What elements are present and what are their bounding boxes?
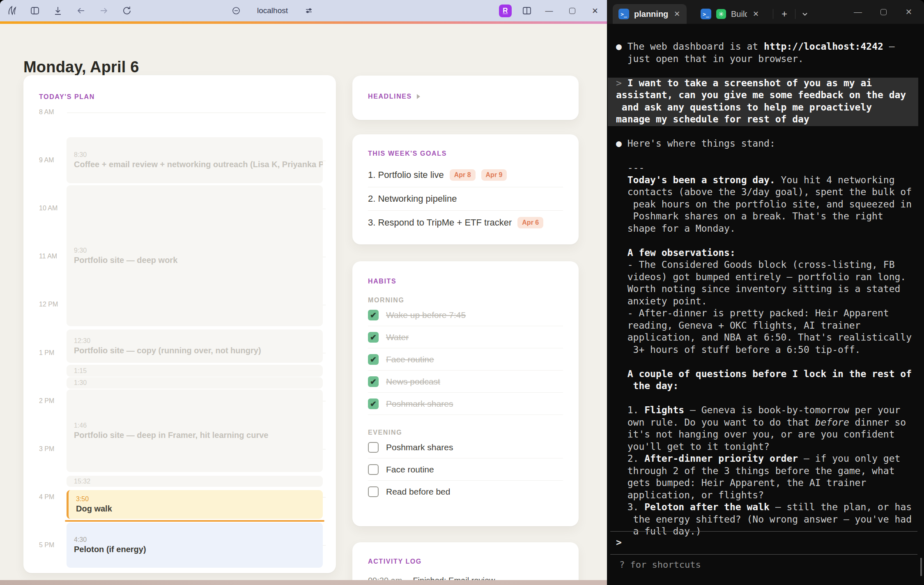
asterisk-activity-icon: ✳: [716, 9, 726, 19]
checkbox-checked[interactable]: ✔: [368, 354, 379, 365]
schedule-event[interactable]: 8:30Coffee + email review + networking o…: [67, 137, 323, 183]
split-view-icon[interactable]: [521, 5, 533, 17]
habits-section-label: MORNING: [368, 297, 563, 304]
habit-item: ✔Face routine: [368, 348, 563, 371]
hour-label: 12 PM: [39, 301, 67, 308]
terminal-line: ---: [616, 162, 920, 175]
terminal-line: manage my schedule for rest of day: [616, 114, 918, 126]
hour-label: 10 AM: [39, 205, 67, 212]
checkbox-unchecked[interactable]: [368, 442, 379, 453]
minimize-button[interactable]: —: [542, 4, 556, 18]
habits-card: HABITS MORNING✔Wake up before 7:45✔Water…: [352, 261, 579, 526]
habits-list: MORNING✔Wake up before 7:45✔Water✔Face r…: [368, 297, 563, 502]
tab-close-icon[interactable]: ✕: [752, 9, 760, 18]
terminal-line: contacts (above the 3/day goal), spent t…: [616, 187, 920, 199]
sidebar-toggle-icon[interactable]: [29, 5, 41, 17]
headlines-card: HEADLINES: [352, 76, 579, 120]
schedule-event[interactable]: 4:30Peloton (if energy): [67, 523, 323, 568]
schedule-event[interactable]: 9:30Portfolio site — deep work: [67, 185, 323, 326]
goal-label: 3. Respond to TripMe + ETF tracker: [368, 217, 512, 228]
checkbox-unchecked[interactable]: [368, 464, 379, 475]
browser-toolbar: localhost R — ✕: [0, 0, 607, 21]
address-bar[interactable]: localhost: [230, 0, 315, 21]
terminal-line: Worth noting since inventory sitting is …: [616, 283, 920, 296]
terminal-line: 1. Flights — Geneva is book-by-tomorrow …: [616, 405, 920, 417]
habit-item: Poshmark shares: [368, 436, 563, 458]
terminal-line: application, or flights?: [616, 490, 920, 502]
checkbox-checked[interactable]: ✔: [368, 310, 379, 320]
terminal-line: reading, Geneva + OKC flights, AI traine…: [616, 320, 920, 332]
terminal-scrollbar[interactable]: [920, 558, 922, 576]
terminal-line: 3. Peloton after the walk — still the pl…: [616, 502, 920, 514]
terminal-minimize-button[interactable]: —: [845, 0, 871, 24]
tab-close-icon[interactable]: ✕: [673, 9, 681, 18]
terminal-line: videos) got bumped entirely — portfolio …: [616, 272, 920, 284]
url-text[interactable]: localhost: [257, 6, 288, 15]
event-time: 12:30: [74, 337, 315, 345]
terminal-transcript: ● The web dashboard is at http://localho…: [616, 41, 920, 538]
weekly-goals-heading: THIS WEEK'S GOALS: [368, 150, 563, 157]
tab-planning[interactable]: >_ planning ✕: [613, 4, 687, 24]
terminal-close-button[interactable]: ✕: [896, 0, 922, 24]
habit-label: Read before bed: [386, 487, 450, 497]
terminal-line: - The Considered Goods block (cross-list…: [616, 259, 920, 272]
habit-item: Read before bed: [368, 481, 563, 502]
goal-item: 1. Portfolio site liveApr 8Apr 9: [368, 163, 563, 187]
schedule-event[interactable]: 15:32: [67, 476, 323, 487]
hour-label: 11 AM: [39, 253, 67, 260]
activity-log-row: 09:30 am Finished: Email review: [368, 576, 563, 580]
maximize-button[interactable]: [565, 4, 579, 18]
schedule-event[interactable]: 1:30: [67, 377, 323, 389]
schedule-event[interactable]: 1:15: [67, 365, 323, 377]
todays-plan-card: TODAY'S PLAN 8 AM9 AM10 AM11 AM12 PM1 PM…: [23, 75, 336, 573]
downloads-icon[interactable]: [52, 5, 64, 17]
terminal-maximize-button[interactable]: [871, 0, 896, 24]
forward-icon[interactable]: [98, 5, 110, 17]
goal-item: 2. Networking pipeline: [368, 187, 563, 211]
terminal-line: [616, 356, 920, 369]
checkbox-checked[interactable]: ✔: [368, 398, 379, 409]
refresh-icon[interactable]: [121, 5, 133, 17]
window-bottom-edge: [0, 580, 607, 585]
current-time-line: [65, 520, 324, 522]
terminal-input-box[interactable]: >: [610, 531, 917, 555]
profile-avatar[interactable]: R: [499, 5, 512, 17]
checkbox-unchecked[interactable]: [368, 486, 379, 497]
shortcuts-hint: ? for shortcuts: [619, 560, 701, 570]
event-time: 1:15: [74, 367, 315, 375]
back-icon[interactable]: [75, 5, 87, 17]
event-time: 8:30: [74, 151, 315, 159]
tune-icon[interactable]: [303, 5, 315, 17]
terminal-line: Today's been a strong day. You hit 4 net…: [616, 175, 920, 187]
site-info-icon[interactable]: [230, 5, 242, 17]
tab-build[interactable]: >_ ✳ Build p ✕: [695, 4, 765, 24]
schedule-event[interactable]: 1:46Portfolio site — deep in Framer, hit…: [67, 389, 323, 472]
event-time: 4:30: [74, 536, 315, 544]
terminal-line: just open that in your browser.: [616, 53, 920, 66]
terminal-line: [616, 393, 920, 405]
terminal-line: ● Here's where things stand:: [616, 138, 920, 150]
checkbox-checked[interactable]: ✔: [368, 376, 379, 387]
tab-dropdown-button[interactable]: [797, 4, 813, 24]
habit-label: Face routine: [386, 355, 434, 364]
headlines-heading[interactable]: HEADLINES: [368, 93, 412, 100]
habit-item: ✔News podcast: [368, 371, 563, 393]
terminal-prompt: >: [610, 532, 917, 548]
user-message-block: > I want to take a screenshot of you as …: [608, 78, 918, 126]
desktop: localhost R — ✕: [0, 0, 924, 585]
hour-label: 2 PM: [39, 397, 67, 405]
close-button[interactable]: ✕: [588, 4, 602, 18]
chevron-right-icon[interactable]: [417, 94, 420, 99]
activity-log-heading: ACTIVITY LOG: [368, 558, 563, 565]
terminal-line: [616, 65, 920, 78]
activity-log-card: ACTIVITY LOG 09:30 am Finished: Email re…: [352, 542, 579, 580]
new-tab-button[interactable]: +: [776, 4, 793, 24]
habits-heading: HABITS: [368, 278, 563, 285]
checkbox-checked[interactable]: ✔: [368, 332, 379, 343]
schedule-event[interactable]: 12:30Portfolio site — copy (running over…: [67, 329, 323, 363]
terminal-line: it's not hanging over you, or are you co…: [616, 429, 920, 441]
terminal-line: gets bumped: Heir Apparent, the AI train…: [616, 477, 920, 490]
event-title: Coffee + email review + networking outre…: [74, 160, 315, 169]
terminal-window: >_ planning ✕ >_ ✳ Build p ✕ + — ✕: [607, 0, 924, 585]
schedule-event[interactable]: 3:50Dog walk: [67, 490, 323, 519]
